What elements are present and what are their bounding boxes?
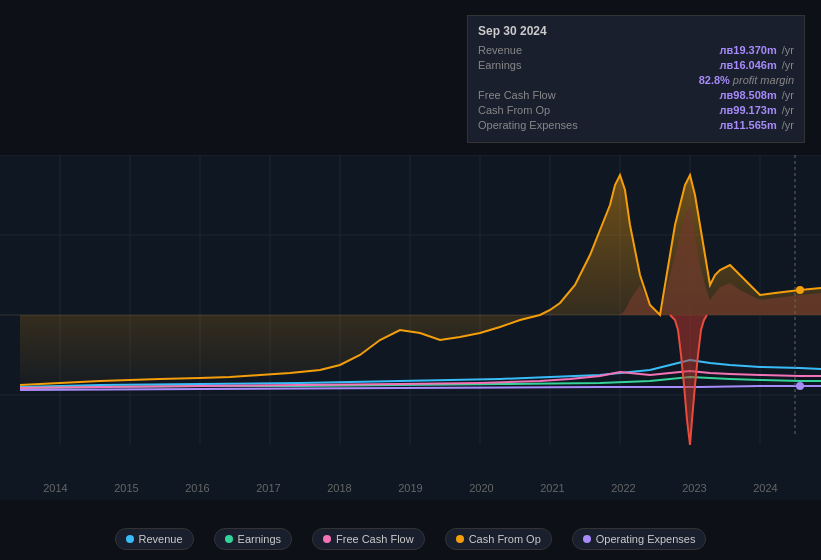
earnings-label: Earnings — [478, 59, 598, 71]
legend-opex-label: Operating Expenses — [596, 533, 696, 545]
cashfromop-value: лв99.173m — [720, 104, 777, 116]
revenue-value: лв19.370m — [720, 44, 777, 56]
legend-opex[interactable]: Operating Expenses — [572, 528, 707, 550]
tooltip-cashfromop-row: Cash From Op лв99.173m /yr — [478, 104, 794, 116]
fcf-label: Free Cash Flow — [478, 89, 598, 101]
fcf-dot — [323, 535, 331, 543]
tooltip-box: Sep 30 2024 Revenue лв19.370m /yr Earnin… — [467, 15, 805, 143]
earnings-value: лв16.046m — [720, 59, 777, 71]
svg-point-18 — [796, 382, 804, 390]
x-axis-labels: 2014 2015 2016 2017 2018 2019 2020 2021 … — [0, 482, 821, 494]
cashfromop-unit: /yr — [782, 104, 794, 116]
opex-value: лв11.565m — [720, 119, 777, 131]
x-label-2017: 2017 — [256, 482, 280, 494]
tooltip-margin-row: 82.8% profit margin — [478, 74, 794, 86]
revenue-dot — [126, 535, 134, 543]
cashfromop-dot — [456, 535, 464, 543]
legend-fcf-label: Free Cash Flow — [336, 533, 414, 545]
fcf-unit: /yr — [782, 89, 794, 101]
chart-container: Sep 30 2024 Revenue лв19.370m /yr Earnin… — [0, 0, 821, 560]
x-label-2021: 2021 — [540, 482, 564, 494]
opex-label: Operating Expenses — [478, 119, 598, 131]
x-label-2020: 2020 — [469, 482, 493, 494]
x-label-2023: 2023 — [682, 482, 706, 494]
tooltip-title: Sep 30 2024 — [478, 24, 794, 38]
legend-cashfromop[interactable]: Cash From Op — [445, 528, 552, 550]
chart-svg — [0, 155, 821, 500]
x-label-2019: 2019 — [398, 482, 422, 494]
x-label-2014: 2014 — [43, 482, 67, 494]
legend-earnings-label: Earnings — [238, 533, 281, 545]
x-label-2018: 2018 — [327, 482, 351, 494]
tooltip-earnings-row: Earnings лв16.046m /yr — [478, 59, 794, 71]
cashfromop-label: Cash From Op — [478, 104, 598, 116]
legend-revenue[interactable]: Revenue — [115, 528, 194, 550]
revenue-label: Revenue — [478, 44, 598, 56]
legend-cashfromop-label: Cash From Op — [469, 533, 541, 545]
x-label-2016: 2016 — [185, 482, 209, 494]
opex-dot — [583, 535, 591, 543]
margin-unit: profit margin — [733, 74, 794, 86]
legend-earnings[interactable]: Earnings — [214, 528, 292, 550]
legend-bar: Revenue Earnings Free Cash Flow Cash Fro… — [0, 528, 821, 550]
revenue-unit: /yr — [782, 44, 794, 56]
earnings-unit: /yr — [782, 59, 794, 71]
fcf-value: лв98.508m — [720, 89, 777, 101]
tooltip-opex-row: Operating Expenses лв11.565m /yr — [478, 119, 794, 131]
legend-revenue-label: Revenue — [139, 533, 183, 545]
x-label-2022: 2022 — [611, 482, 635, 494]
legend-fcf[interactable]: Free Cash Flow — [312, 528, 425, 550]
svg-point-17 — [796, 286, 804, 294]
x-label-2015: 2015 — [114, 482, 138, 494]
margin-value: 82.8% — [699, 74, 730, 86]
tooltip-revenue-row: Revenue лв19.370m /yr — [478, 44, 794, 56]
tooltip-fcf-row: Free Cash Flow лв98.508m /yr — [478, 89, 794, 101]
opex-unit: /yr — [782, 119, 794, 131]
x-label-2024: 2024 — [753, 482, 777, 494]
earnings-dot — [225, 535, 233, 543]
